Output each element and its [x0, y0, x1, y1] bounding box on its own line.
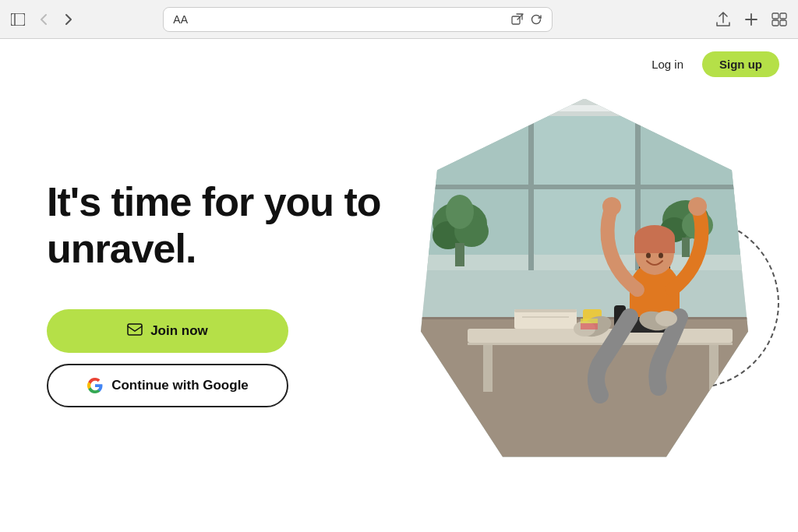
- add-tab-icon[interactable]: [742, 10, 761, 29]
- svg-rect-16: [421, 185, 748, 189]
- back-button[interactable]: [33, 9, 55, 30]
- svg-rect-0: [11, 13, 25, 26]
- page-content: Log in Sign up It's time for you to unra…: [0, 39, 798, 532]
- svg-point-50: [602, 197, 621, 216]
- svg-rect-47: [634, 238, 675, 253]
- svg-rect-18: [538, 105, 631, 111]
- browser-right-icons: [714, 10, 789, 29]
- hero-headline: It's time for you to unravel.: [47, 179, 421, 273]
- svg-rect-56: [581, 323, 598, 329]
- hexagon-container: [421, 99, 764, 473]
- svg-rect-33: [709, 345, 719, 392]
- svg-rect-27: [682, 238, 690, 257]
- cta-buttons: Join now Continue with G: [47, 309, 288, 407]
- tabs-overview-icon[interactable]: [770, 10, 789, 29]
- svg-rect-35: [514, 309, 577, 312]
- svg-rect-4: [780, 13, 786, 19]
- svg-point-51: [688, 197, 707, 216]
- svg-point-49: [659, 252, 663, 258]
- share-to-tab-icon: [511, 13, 524, 26]
- svg-rect-2: [512, 16, 520, 24]
- svg-rect-7: [128, 324, 142, 335]
- right-section: [421, 39, 764, 532]
- svg-point-22: [446, 195, 474, 229]
- browser-chrome: AA: [0, 0, 798, 39]
- envelope-icon: [127, 323, 143, 340]
- hexagon-image: [421, 99, 748, 457]
- login-button[interactable]: Log in: [642, 53, 693, 76]
- google-button[interactable]: Continue with Google: [47, 364, 288, 407]
- join-now-label: Join now: [150, 323, 208, 339]
- address-text: AA: [173, 13, 505, 26]
- signup-button[interactable]: Sign up: [702, 51, 779, 77]
- svg-point-48: [646, 252, 651, 258]
- browser-nav-buttons: [33, 9, 79, 30]
- reload-icon[interactable]: [530, 13, 542, 26]
- main-content: It's time for you to unravel. Join now: [0, 39, 798, 532]
- google-label: Continue with Google: [111, 378, 249, 393]
- svg-rect-6: [780, 20, 786, 26]
- svg-rect-32: [483, 345, 493, 392]
- svg-rect-31: [468, 343, 733, 345]
- address-bar[interactable]: AA: [163, 7, 553, 32]
- forward-button[interactable]: [58, 9, 79, 30]
- address-bar-icons: [511, 13, 542, 26]
- svg-rect-5: [772, 20, 779, 26]
- left-section: It's time for you to unravel. Join now: [47, 164, 421, 408]
- svg-point-55: [655, 311, 677, 326]
- google-icon: [87, 377, 104, 394]
- svg-rect-57: [581, 319, 598, 323]
- sidebar-toggle-icon[interactable]: [9, 11, 26, 28]
- join-now-button[interactable]: Join now: [47, 309, 288, 353]
- share-icon[interactable]: [714, 10, 733, 29]
- top-nav: Log in Sign up: [623, 39, 798, 90]
- scene-illustration: [421, 99, 748, 457]
- svg-rect-3: [772, 13, 779, 19]
- svg-rect-23: [455, 243, 464, 266]
